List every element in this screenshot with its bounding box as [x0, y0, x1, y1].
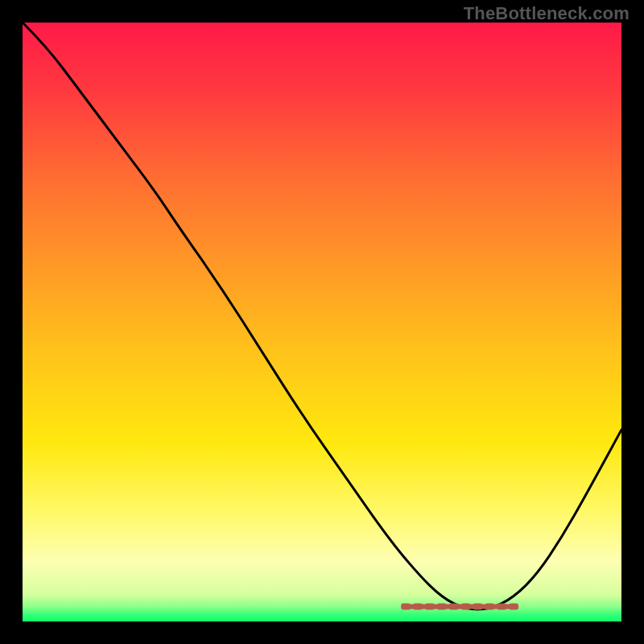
optimum-point: [497, 603, 506, 609]
optimum-marker: [401, 603, 518, 609]
gradient-background: [23, 23, 621, 621]
optimum-point: [485, 603, 494, 609]
optimum-point: [401, 603, 411, 609]
plot-area: [23, 23, 621, 621]
optimum-point: [473, 603, 482, 609]
chart-container: TheBottleneck.com: [0, 0, 644, 644]
chart-svg: [23, 23, 621, 621]
optimum-point: [425, 603, 435, 609]
optimum-point: [437, 603, 447, 609]
optimum-point: [413, 603, 423, 609]
optimum-point: [461, 603, 471, 609]
optimum-point: [509, 603, 518, 609]
watermark-text: TheBottleneck.com: [464, 3, 630, 24]
optimum-point: [449, 603, 459, 609]
